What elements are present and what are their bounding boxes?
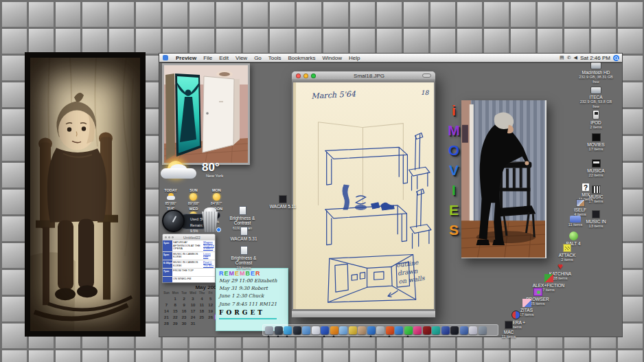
collage-canvas: Preview FileEditViewGoToolsBookmarksWind…	[0, 0, 644, 362]
menu-item-help[interactable]: Help	[345, 55, 363, 61]
calendar-date	[162, 295, 171, 302]
sticky-line: May 29 11:00 Elizabeth	[219, 278, 285, 285]
schedule-text: FROM THE TOP	[172, 269, 203, 276]
desktop-icon-iself[interactable]: ISELF4 items	[562, 199, 599, 217]
waste-basket-widget[interactable]	[199, 206, 221, 234]
preview-titlebar[interactable]: Smal18.JPG	[292, 71, 435, 80]
dock-icon[interactable]	[293, 326, 301, 335]
menu-item-window[interactable]: Window	[319, 55, 345, 61]
calendar-date: 5	[206, 295, 215, 302]
dock-icon[interactable]	[469, 326, 477, 335]
gauge-dial[interactable]	[162, 210, 185, 232]
dock-icon[interactable]	[441, 326, 450, 335]
sticky-title: REMEMBER	[219, 270, 285, 277]
close-button[interactable]	[296, 73, 301, 78]
desktop-icon-wacam-5-11[interactable]: WACAM 5.11	[264, 195, 301, 209]
person-chair-art	[461, 100, 545, 258]
greenred-icon	[544, 274, 553, 282]
dock-icon[interactable]	[376, 326, 384, 335]
preview-statusbar[interactable]	[292, 310, 435, 317]
desktop-icon-macintosh-hd[interactable]: Macintosh HD232.9 GB, 38.31 GB free	[577, 62, 614, 84]
schedule-text: ON WNED-FM	[172, 277, 203, 283]
schedule-link[interactable]	[203, 277, 215, 283]
forecast-day: SUN	[183, 188, 203, 192]
schedule-row[interactable]: ON WNED-FM	[163, 277, 215, 283]
dock-icon[interactable]	[386, 326, 394, 335]
dock-icon[interactable]	[339, 326, 347, 335]
schedule-window[interactable]: Untitled22 1pmSATURDAY AFTERNOON AT THE …	[162, 234, 216, 283]
redblue-icon	[511, 310, 520, 319]
imovies-letter: O	[445, 143, 463, 157]
desktop-icon-ipod[interactable]: iPOD2 items	[577, 110, 614, 130]
dock-icon[interactable]	[460, 326, 468, 335]
calendar-date: 19	[206, 308, 215, 314]
phone-icon[interactable]: ✆	[567, 54, 571, 61]
calendar-widget[interactable]: May 2006 SunMonTueWedThuFriSat 123456789…	[162, 284, 224, 326]
dock-icon[interactable]	[321, 326, 329, 335]
minimize-button[interactable]	[303, 73, 308, 78]
schedule-link[interactable]: Final C The Bes	[203, 260, 215, 268]
menu-item-go[interactable]: Go	[251, 55, 265, 61]
dock-icon[interactable]	[367, 326, 376, 335]
displays-icon[interactable]: ▤	[560, 54, 564, 61]
schedule-titlebar[interactable]: Untitled22	[163, 234, 215, 240]
dock-icon[interactable]	[450, 326, 459, 335]
dock-icon[interactable]	[358, 326, 366, 335]
toolbar-toggle-button[interactable]	[422, 73, 431, 78]
doc-icon	[239, 206, 246, 215]
menu-item-edit[interactable]: Edit	[216, 55, 232, 61]
apple-menu-icon[interactable]	[163, 55, 168, 60]
menu-item-file[interactable]: File	[200, 55, 216, 61]
schedule-row[interactable]: 1pmSATURDAY AFTERNOON AT THE OPERAWagner…	[163, 240, 215, 252]
doorway-photo-window[interactable]	[162, 63, 250, 165]
cloud-icon	[161, 168, 196, 179]
sticky-note[interactable]: REMEMBER May 29 11:00 ElizabethMay 31 9:…	[216, 268, 288, 331]
dock-icon[interactable]	[432, 326, 440, 335]
calendar-day-header: Fri	[206, 291, 215, 295]
schedule-link[interactable]	[203, 269, 215, 276]
schedule-row[interactable]: 5pmMUSIC IN CAMBOS KOREIListen Live	[163, 252, 215, 260]
dock-icon[interactable]	[349, 326, 357, 335]
desktop-icon-mac[interactable]: MAC11 items	[490, 321, 527, 339]
dock-icon[interactable]	[404, 326, 413, 335]
desktop-icon-musica[interactable]: MUSICA22 items	[577, 159, 614, 178]
sticky-footer: FORGET	[219, 309, 285, 316]
window-buttons[interactable]	[165, 236, 174, 238]
dock-icon[interactable]	[423, 326, 431, 335]
zoom-button[interactable]	[311, 73, 316, 78]
desktop-icon-wacam-5-31[interactable]: WACAM 5.31	[225, 227, 262, 241]
desktop-icon-attack[interactable]: ATTACK2 items	[549, 244, 586, 262]
sun-icon	[213, 193, 220, 201]
preview-window[interactable]: Smal18.JPG	[292, 71, 435, 317]
dock-icon[interactable]	[312, 326, 320, 335]
schedule-link[interactable]: Wagner Siegfried 3-Nov-0	[203, 240, 215, 251]
desktop-icon-folder[interactable]: 11 items	[557, 216, 594, 227]
schedule-row[interactable]: 7pmFROM THE TOP	[163, 269, 215, 277]
dock-icon[interactable]	[330, 326, 338, 335]
dock-icon[interactable]	[479, 326, 487, 335]
schedule-row[interactable]: 6:30pmMUSIC IN CAMBOS KOREIFinal C The B…	[163, 260, 215, 269]
calendar-week: 78910111213	[162, 302, 224, 308]
menu-item-view[interactable]: View	[232, 55, 251, 61]
dock[interactable]	[262, 324, 498, 336]
volume-icon[interactable]: ◀	[574, 54, 577, 61]
menu-clock[interactable]: Sat 2:46 PM	[580, 55, 610, 61]
dock-icon[interactable]	[395, 326, 403, 335]
dock-icon[interactable]	[284, 326, 292, 335]
menu-item-tools[interactable]: Tools	[265, 55, 285, 61]
schedule-time: 1pm	[163, 240, 172, 251]
dock-icon[interactable]	[413, 326, 422, 335]
app-menu-preview[interactable]: Preview	[172, 55, 200, 61]
desktop-icon-brightness-contrast[interactable]: Brightness & Contrast23 items	[225, 246, 262, 270]
calendar-date: 22	[171, 314, 180, 320]
desktop-icon-iteca[interactable]: ITECA232.9 GB, 53.8 GB free	[577, 87, 614, 109]
dock-icon[interactable]	[275, 326, 283, 335]
schedule-link[interactable]: Listen Live	[203, 252, 215, 260]
dock-icon[interactable]	[265, 326, 273, 335]
calendar-day-header: Tue	[180, 291, 189, 295]
menu-item-bookmarks[interactable]: Bookmarks	[285, 55, 319, 61]
dock-icon[interactable]	[302, 326, 310, 335]
person-chair-photo[interactable]	[461, 100, 547, 258]
desktop-icon-movies[interactable]: MOVIES17 items	[577, 133, 614, 152]
spotlight-icon[interactable]	[613, 55, 619, 61]
